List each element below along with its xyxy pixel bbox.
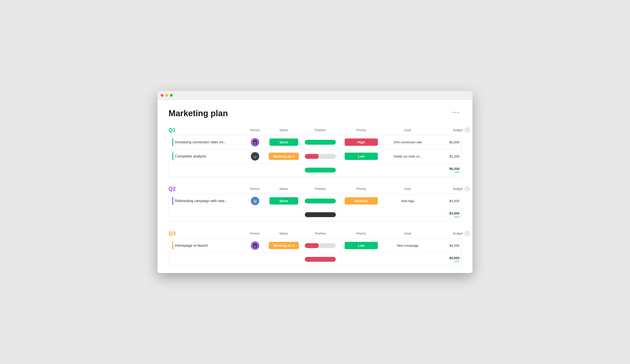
task-name-cell: Competitor analysis [169, 150, 244, 163]
minimize-button[interactable] [165, 94, 168, 97]
col-header-goal: Goal [383, 232, 432, 235]
budget-cell: $5,000 [432, 140, 462, 144]
goal-cell: New homepage [383, 244, 432, 247]
timeline-cell [302, 243, 339, 248]
section-title-q3: Q3 [168, 230, 244, 237]
col-header-goal: Goal [383, 187, 432, 191]
person-cell: 👩🏾 [244, 241, 266, 250]
summary-row: $6,200sum [169, 164, 461, 177]
status-cell[interactable]: Working on it [266, 153, 302, 160]
timeline-bar-full [305, 198, 336, 203]
timeline-bar-container [305, 154, 336, 159]
add-item-button[interactable] [463, 231, 472, 236]
status-badge: Working on it [269, 153, 299, 160]
task-name-cell: Homepage re-launch [169, 239, 244, 252]
timeline-bar-fill [305, 154, 319, 159]
col-header-person: Person [244, 128, 266, 132]
task-name-text: Rebranding campaign with new... [175, 199, 227, 203]
sections-container: Q1PersonStatusTimelinePriorityGoalBudget… [168, 127, 462, 266]
avatar: 👩🏾 [251, 241, 259, 250]
traffic-lights [160, 94, 173, 97]
budget-cell: $3,000 [432, 199, 462, 203]
budget-cell: $1,200 [432, 154, 462, 158]
timeline-bar-container [305, 243, 336, 248]
summary-amount: $4,550 [449, 256, 460, 260]
task-color-bar [172, 138, 173, 146]
summary-label: sum [454, 215, 460, 218]
maximize-button[interactable] [170, 94, 173, 97]
task-name-cell: Rebranding campaign with new... [169, 194, 244, 208]
priority-cell[interactable]: High [339, 139, 383, 146]
section-title-q1: Q1 [168, 127, 244, 133]
timeline-cell [302, 198, 339, 203]
task-name-text: Homepage re-launch [175, 244, 208, 248]
task-color-bar [172, 242, 173, 250]
section-header-q2: Q2PersonStatusTimelinePriorityGoalBudget [168, 186, 462, 192]
col-header-timeline: Timeline [301, 128, 339, 132]
section-header-q3: Q3PersonStatusTimelinePriorityGoalBudget [168, 230, 462, 237]
timeline-cell [302, 140, 339, 145]
col-header-budget: Budget [432, 128, 463, 132]
table-row: Rebranding campaign with new...👨🏼DoneMed… [169, 194, 461, 208]
avatar: 👩🏾 [251, 138, 259, 147]
summary-budget-cell: $6,200sum [432, 167, 462, 174]
summary-timeline-cell [302, 257, 339, 262]
table-row: Competitor analysis👨🏾Working on itLowCla… [169, 149, 461, 164]
app-window: Marketing plan ••• Q1PersonStatusTimelin… [158, 91, 472, 273]
timeline-cell [302, 154, 339, 159]
person-cell: 👨🏾 [244, 152, 266, 161]
status-cell[interactable]: Working on it [266, 242, 302, 249]
table-row: Homepage re-launch👩🏾Working on itLowNew … [169, 238, 461, 253]
task-name-text: Competitor analysis [175, 154, 206, 158]
col-header-budget: Budget [432, 232, 463, 235]
budget-cell: $4,550 [432, 244, 462, 247]
status-cell[interactable]: Done [266, 197, 302, 204]
section-q2: Q2PersonStatusTimelinePriorityGoalBudget… [168, 186, 462, 221]
col-header-priority: Priority [339, 128, 383, 132]
goal-cell: New logo [383, 199, 432, 203]
col-header-timeline: Timeline [301, 187, 339, 191]
main-content: Marketing plan ••• Q1PersonStatusTimelin… [158, 100, 472, 273]
col-header-status: Status [266, 187, 301, 191]
summary-timeline-bar [305, 257, 336, 262]
col-header-person: Person [244, 232, 266, 235]
section-q1: Q1PersonStatusTimelinePriorityGoalBudget… [168, 127, 462, 177]
goal-cell: 25% conversion rate [383, 141, 432, 144]
summary-timeline-bar [305, 212, 336, 217]
status-cell[interactable]: Done [266, 139, 302, 146]
table-body-q3: Homepage re-launch👩🏾Working on itLowNew … [168, 238, 462, 266]
task-color-bar [172, 197, 173, 205]
page-title: Marketing plan [168, 109, 228, 118]
summary-row: $3,000sum [169, 208, 461, 221]
summary-budget-cell: $4,550sum [432, 256, 462, 263]
summary-budget-cell: $3,000sum [432, 211, 462, 218]
summary-row: $4,550sum [169, 253, 461, 266]
col-header-timeline: Timeline [301, 232, 339, 235]
add-item-button[interactable] [463, 186, 472, 191]
section-header-q1: Q1PersonStatusTimelinePriorityGoalBudget [168, 127, 462, 133]
titlebar [158, 91, 472, 100]
table-body-q2: Rebranding campaign with new...👨🏼DoneMed… [168, 194, 462, 221]
summary-timeline-cell [302, 168, 339, 173]
page-header: Marketing plan ••• [168, 109, 462, 118]
summary-timeline-cell [302, 212, 339, 217]
priority-cell[interactable]: Low [339, 242, 383, 249]
col-header-status: Status [266, 232, 301, 235]
section-title-q2: Q2 [168, 186, 244, 192]
status-badge: Done [270, 197, 298, 204]
priority-cell[interactable]: Medium [339, 197, 383, 204]
avatar: 👨🏼 [251, 197, 259, 205]
col-header-budget: Budget [432, 187, 463, 191]
person-cell: 👨🏼 [244, 197, 266, 205]
add-item-button[interactable] [463, 128, 472, 133]
close-button[interactable] [160, 94, 164, 97]
status-badge: Working on it [269, 242, 299, 249]
task-name-text: Increasing conversion rates on... [175, 140, 226, 144]
priority-badge: Medium [345, 197, 378, 204]
timeline-bar-full [305, 140, 336, 145]
table-row: Increasing conversion rates on...👩🏾DoneH… [169, 135, 461, 149]
more-options-button[interactable]: ••• [451, 109, 462, 116]
priority-badge: Low [345, 153, 378, 160]
priority-cell[interactable]: Low [339, 153, 383, 160]
timeline-bar-fill [305, 243, 319, 248]
